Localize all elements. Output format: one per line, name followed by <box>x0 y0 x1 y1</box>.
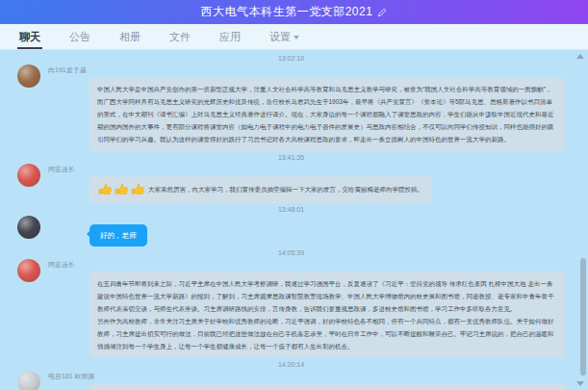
tab-announcements[interactable]: 公告 <box>69 24 90 49</box>
avatar[interactable] <box>17 164 40 187</box>
message-row: 白191孟子越 中国人民大学是中国共产党创办的第一所新型正规大学，注重人文社会科… <box>17 64 565 151</box>
group-chat-window: 西大电气本科生第一党支部2021 聊天 公告 相册 文件 应用 设置 13:02… <box>0 0 588 390</box>
scrollbar-thumb[interactable] <box>580 258 586 376</box>
tab-settings-label: 设置 <box>269 30 291 44</box>
message-row: 好的，老师 <box>17 215 565 247</box>
sender-name: 阿蓝连长 <box>48 165 565 173</box>
message-row: 阿蓝连长 在五四青年节即将到来之际，习近平主席在中国人民大学考察调研，我通过学习… <box>17 258 565 358</box>
thumbs-up-emoji <box>114 182 129 197</box>
message-row: 阿蓝连长 大家果然厉害，向大家学习，我们宣传委员抽空编辑一下大家的发言，交给黄丽… <box>17 163 565 203</box>
tab-files-label: 文件 <box>169 30 191 44</box>
tab-chat[interactable]: 聊天 <box>19 24 40 49</box>
scroll-up-arrow-icon[interactable] <box>576 54 584 59</box>
thumbs-up-emoji <box>97 182 113 197</box>
message-timestamp: 13:02:10 <box>17 55 565 62</box>
avatar[interactable] <box>17 371 40 390</box>
tab-apps-label: 应用 <box>219 30 241 44</box>
message-text: 好的，老师 <box>100 231 137 240</box>
tab-chat-label: 聊天 <box>19 30 40 44</box>
thumbs-up-emoji <box>130 182 145 197</box>
titlebar: 西大电气本科生第一党支部2021 <box>0 0 588 24</box>
sender-name: 电自181 欧雨露 <box>48 372 565 380</box>
message-timestamp: 13:41:35 <box>17 154 565 161</box>
message-text: 在五四青年节即将到来之际，习近平主席在中国人民大学考察调研，我通过学习强国平台，… <box>97 280 554 350</box>
message-timestamp: 14:20:14 <box>17 361 565 368</box>
message-timestamp: 13:48:01 <box>17 206 565 213</box>
group-title: 西大电气本科生第一党支部2021 <box>201 4 373 20</box>
message-timestamp: 14:05:39 <box>17 249 565 256</box>
tab-album[interactable]: 相册 <box>119 24 141 49</box>
message-bubble: 大家果然厉害，向大家学习，我们宣传委员抽空编辑一下大家的发言，交给黄丽梅老师向学… <box>89 176 431 203</box>
tab-files[interactable]: 文件 <box>169 24 191 49</box>
tab-settings[interactable]: 设置 <box>269 24 299 49</box>
message-bubble: 好的，老师 <box>89 224 147 247</box>
tab-bar: 聊天 公告 相册 文件 应用 设置 <box>0 24 588 50</box>
message-bubble: 中国人民大学是中国共产党创办的第一所新型正规大学，注重人文社会科学高等教育和马克… <box>89 77 565 151</box>
avatar[interactable] <box>17 216 40 239</box>
avatar[interactable] <box>17 65 40 88</box>
message-text: 大家果然厉害，向大家学习，我们宣传委员抽空编辑一下大家的发言，交给黄丽梅老师向学… <box>148 186 423 193</box>
chat-message-area[interactable]: 13:02:10 白191孟子越 中国人民大学是中国共产党创办的第一所新型正规大… <box>0 50 588 390</box>
message-bubble: 在五四青年节即将到来之际，习近平主席在中国人民大学考察调研，我通过学习强国平台，… <box>89 272 565 358</box>
message-bubble: 青少年是祖国的未来、民族的希望，要成为社会主义建设者和接班人，必须树立正确的世界… <box>89 383 565 390</box>
tab-announcements-label: 公告 <box>69 30 90 44</box>
message-row: 电自181 欧雨露 青少年是祖国的未来、民族的希望，要成为社会主义建设者和接班人… <box>17 370 565 390</box>
message-text: 中国人民大学是中国共产党创办的第一所新型正规大学，注重人文社会科学高等教育和马克… <box>97 86 554 143</box>
scroll-down-arrow-icon[interactable] <box>576 381 584 386</box>
chevron-down-icon <box>294 36 299 39</box>
edit-title-icon[interactable] <box>377 8 387 17</box>
tab-apps[interactable]: 应用 <box>219 24 241 49</box>
avatar[interactable] <box>17 259 40 282</box>
sender-name <box>48 216 565 224</box>
sender-name: 白191孟子越 <box>48 65 565 74</box>
tab-album-label: 相册 <box>119 30 141 44</box>
sender-name: 阿蓝连长 <box>48 260 565 269</box>
